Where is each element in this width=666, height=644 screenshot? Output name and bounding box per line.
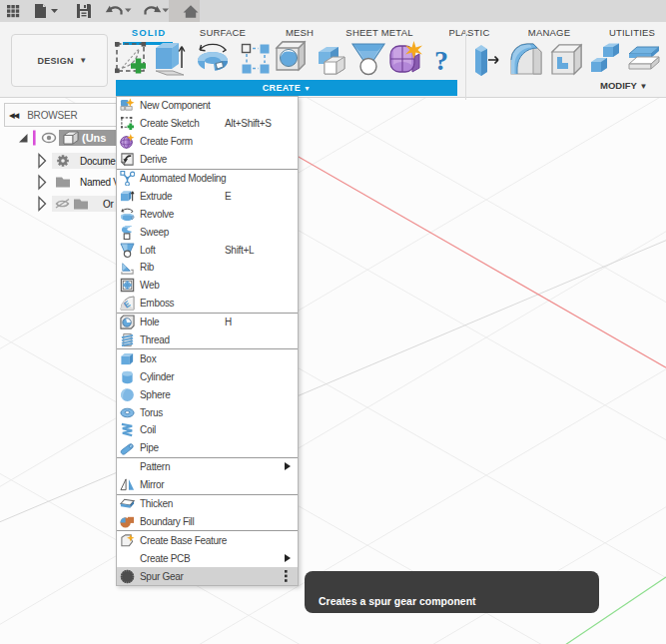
svg-text:Named V: Named V	[80, 177, 116, 188]
svg-text:?: ?	[434, 45, 448, 76]
svg-text:Docume: Docume	[80, 156, 116, 167]
svg-text:Or: Or	[103, 199, 114, 210]
svg-text:(Uns: (Uns	[82, 132, 106, 144]
